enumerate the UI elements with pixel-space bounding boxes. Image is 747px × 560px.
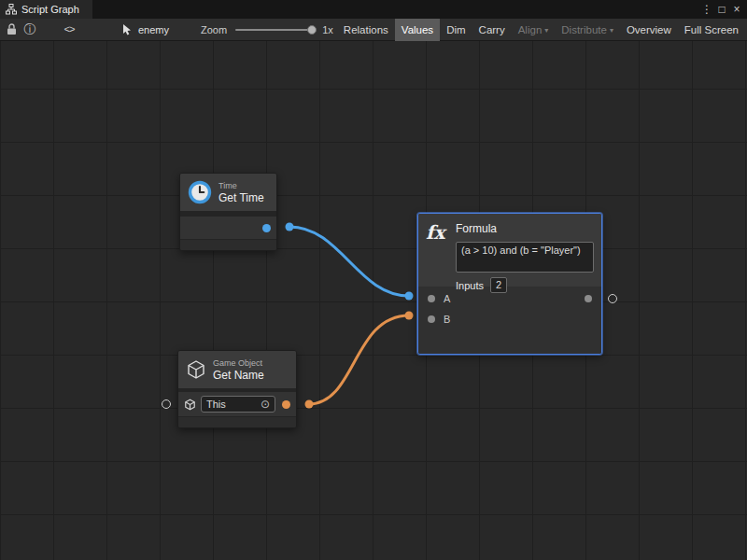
node-port-row: This ⊙: [178, 392, 296, 416]
zoom-label: Zoom: [201, 24, 227, 35]
cube-icon-small: [184, 399, 196, 411]
formula-fx-icon: fx: [424, 220, 456, 287]
cube-icon: [186, 359, 206, 380]
fullscreen-button[interactable]: Full Screen: [678, 19, 745, 41]
zoom-control: Zoom 1x: [201, 24, 333, 35]
titlebar: Script Graph ⋮ □ ×: [0, 0, 747, 19]
connection-knob[interactable]: [405, 292, 414, 301]
node-category: Time: [218, 181, 264, 191]
values-button[interactable]: Values: [395, 19, 440, 41]
node-formula[interactable]: fx Formula (a > 10) and (b = "Player") I…: [417, 213, 602, 355]
port-label: A: [444, 293, 450, 304]
distribute-button[interactable]: Distribute ▾: [555, 19, 620, 41]
info-icon[interactable]: ⓘ: [21, 20, 39, 40]
port-label: B: [444, 314, 450, 325]
wires-layer: [0, 41, 747, 560]
input-port-b[interactable]: [428, 315, 435, 323]
dim-button[interactable]: Dim: [440, 19, 472, 41]
connection-knob[interactable]: [405, 312, 414, 320]
target-object-field[interactable]: This ⊙: [201, 396, 275, 413]
object-picker-icon[interactable]: ⊙: [261, 399, 270, 410]
clock-icon: [188, 180, 212, 204]
maximize-icon[interactable]: □: [714, 0, 729, 19]
node-ports-section: A B: [418, 287, 601, 354]
node-title: Get Name: [213, 369, 264, 382]
node-footer: [180, 239, 276, 250]
graph-toolbar: ⓘ <> enemy Zoom 1x Relations Values Dim …: [0, 19, 747, 41]
code-preview-icon[interactable]: <>: [60, 20, 78, 40]
connection-gettime-to-formula-a[interactable]: [289, 227, 409, 296]
zoom-slider[interactable]: [235, 29, 314, 31]
node-footer: [178, 416, 296, 427]
node-header[interactable]: Game Object Get Name: [178, 351, 296, 388]
graph-name: enemy: [138, 24, 169, 35]
input-port-connector[interactable]: [162, 399, 171, 409]
node-category: Game Object: [213, 358, 264, 369]
dropdown-arrow-icon: ▾: [544, 26, 548, 35]
overview-button[interactable]: Overview: [620, 19, 678, 41]
node-port-row: [180, 217, 276, 239]
cursor-icon: [121, 23, 133, 35]
node-header[interactable]: Time Get Time: [180, 174, 276, 211]
graph-breadcrumb[interactable]: enemy: [121, 23, 169, 35]
output-port-name[interactable]: [282, 400, 290, 409]
node-header[interactable]: fx Formula (a > 10) and (b = "Player") I…: [418, 214, 601, 287]
zoom-slider-handle[interactable]: [307, 25, 317, 35]
input-port-a[interactable]: [428, 295, 435, 302]
connection-knob[interactable]: [286, 223, 294, 231]
menu-icon[interactable]: ⋮: [699, 0, 714, 19]
close-icon[interactable]: ×: [729, 0, 744, 19]
align-button[interactable]: Align ▾: [512, 19, 556, 41]
output-port-result[interactable]: [585, 295, 592, 302]
connection-getname-to-formula-b[interactable]: [309, 315, 409, 404]
toolbar-buttons: Relations Values Dim Carry Align ▾ Distr…: [337, 19, 745, 41]
dropdown-arrow-icon: ▾: [610, 26, 613, 35]
lock-icon[interactable]: [2, 20, 21, 40]
script-graph-window: Script Graph ⋮ □ × ⓘ <> enemy Zoom: [0, 0, 747, 560]
carry-button[interactable]: Carry: [472, 19, 512, 41]
node-title: Get Time: [218, 191, 264, 204]
tab-script-graph[interactable]: Script Graph: [0, 0, 92, 19]
script-graph-icon: [6, 4, 17, 15]
tab-title: Script Graph: [21, 4, 79, 15]
formula-expression-input[interactable]: (a > 10) and (b = "Player"): [456, 242, 594, 273]
output-port-time[interactable]: [262, 224, 271, 232]
window-controls: ⋮ □ ×: [699, 0, 747, 19]
relations-button[interactable]: Relations: [337, 19, 395, 41]
graph-canvas[interactable]: Time Get Time fx Formula (a > 10) and (b…: [0, 41, 747, 560]
node-get-time[interactable]: Time Get Time: [179, 173, 277, 251]
output-port-connector[interactable]: [608, 294, 617, 303]
node-title: Formula: [456, 222, 594, 235]
port-row-a: A: [418, 288, 601, 309]
port-row-b: B: [418, 309, 601, 329]
target-value: This: [206, 399, 226, 410]
connection-knob[interactable]: [305, 400, 314, 409]
zoom-value: 1x: [322, 24, 333, 35]
node-get-name[interactable]: Game Object Get Name This ⊙: [177, 350, 297, 428]
